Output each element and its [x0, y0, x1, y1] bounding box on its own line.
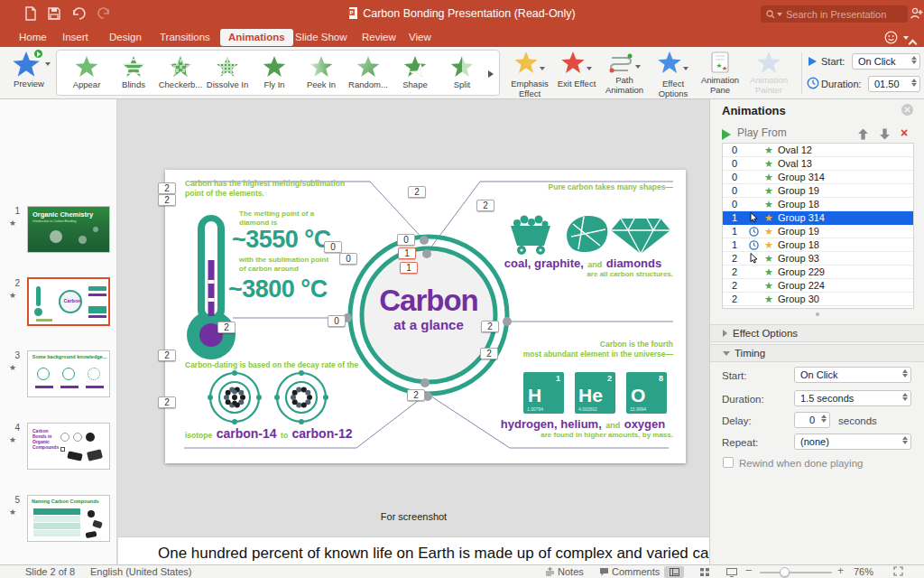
- slide-canvas[interactable]: Carbon has the highest melting/sublimati…: [165, 170, 686, 463]
- slide-2-thumbnail[interactable]: Carbon: [27, 277, 110, 326]
- anim-order-badge-selected[interactable]: 1: [400, 262, 418, 274]
- sublimation-value-text[interactable]: ~3800 °C: [228, 275, 328, 303]
- slideshow-view-button[interactable]: [722, 566, 742, 578]
- melting-value-text[interactable]: ~3550 °C: [232, 226, 331, 254]
- share-people-icon[interactable]: [910, 6, 924, 21]
- normal-view-button[interactable]: [664, 566, 684, 578]
- animation-row[interactable]: 0★Group 18: [723, 198, 913, 211]
- list-resize-handle[interactable]: [816, 312, 819, 316]
- animation-pane-button[interactable]: Animation Pane: [697, 50, 744, 96]
- element-tile-hydrogen[interactable]: H 1 1.00794: [523, 372, 564, 414]
- gallery-more-icon[interactable]: [488, 70, 494, 78]
- elements-sub-text[interactable]: are found in higher amounts, by mass.: [508, 431, 673, 439]
- move-down-icon[interactable]: [879, 127, 891, 144]
- slide-1-thumbnail[interactable]: Organic Chemistry Introduction to Carbon…: [27, 206, 110, 253]
- animation-row[interactable]: 1★Group 18: [723, 238, 913, 252]
- zoom-slider-knob[interactable]: [780, 567, 790, 577]
- notes-text[interactable]: One hundred percent of known life on Ear…: [158, 545, 709, 563]
- search-input[interactable]: Search in Presentation: [761, 5, 908, 23]
- animation-row[interactable]: 0★Group 314: [723, 171, 913, 184]
- anim-order-badge[interactable]: 2: [407, 389, 425, 401]
- anim-order-badge[interactable]: 2: [481, 321, 499, 332]
- anim-order-badge[interactable]: 2: [217, 322, 236, 333]
- anim-order-badge[interactable]: 0: [328, 315, 346, 327]
- shapes-line-text[interactable]: coal, graphite, and diamonds: [493, 255, 673, 271]
- animation-row[interactable]: 1★Group 19: [723, 225, 913, 238]
- anim-order-badge[interactable]: 2: [480, 348, 498, 359]
- timing-section-header[interactable]: Timing: [710, 344, 924, 362]
- tab-review[interactable]: Review: [354, 29, 404, 46]
- play-from-label[interactable]: Play From: [737, 126, 787, 139]
- effect-appear[interactable]: Appear: [64, 54, 109, 90]
- shapes-sub-text[interactable]: are all carbon structures.: [508, 270, 673, 278]
- anim-order-badge[interactable]: 2: [158, 194, 176, 206]
- effect-split[interactable]: Split: [439, 54, 485, 90]
- center-title-text[interactable]: Carbon: [356, 284, 501, 318]
- animation-row-selected[interactable]: 1★Group 314: [723, 211, 913, 225]
- anim-order-badge[interactable]: 0: [324, 241, 342, 253]
- sublimation-label-text[interactable]: with the sublimation point of carbon aro…: [239, 256, 329, 274]
- effect-checkerboard[interactable]: Checkerb...: [158, 54, 203, 90]
- effect-blinds[interactable]: Blinds: [111, 54, 156, 90]
- effect-shape[interactable]: Shape: [393, 54, 438, 90]
- timing-start-select[interactable]: On Click: [794, 367, 911, 383]
- tab-transitions[interactable]: Transitions: [152, 29, 218, 46]
- shapes-note-text[interactable]: Pure carbon takes many shapes—: [508, 182, 673, 191]
- play-from-icon[interactable]: [722, 127, 731, 144]
- melting-note-text[interactable]: Carbon has the highest melting/sublimati…: [185, 179, 346, 199]
- animation-row[interactable]: 2★Group 93: [723, 252, 913, 266]
- rewind-checkbox[interactable]: [723, 457, 734, 468]
- anim-order-badge[interactable]: 0: [397, 234, 415, 246]
- close-pane-icon[interactable]: ✕: [901, 104, 913, 116]
- feedback-smiley-icon[interactable]: [884, 31, 909, 48]
- dating-line-text[interactable]: isotope carbon-14 to carbon-12: [185, 425, 374, 442]
- abundance-note-text[interactable]: Carbon is the fourthmost abundant elemen…: [490, 340, 673, 360]
- animation-row[interactable]: 2★Group 30: [723, 293, 913, 306]
- zoom-in-button[interactable]: +: [837, 565, 844, 577]
- notes-pane[interactable]: One hundred percent of known life on Ear…: [118, 536, 709, 564]
- path-animation-button[interactable]: Path Animation: [599, 50, 650, 96]
- slide-3-thumbnail[interactable]: Some background knowledge...: [27, 350, 110, 397]
- element-tile-oxygen[interactable]: O 8 15.9994: [626, 372, 667, 414]
- tab-slide-show[interactable]: Slide Show: [287, 29, 356, 46]
- duration-input[interactable]: 01.50: [868, 76, 920, 92]
- slide-sorter-view-button[interactable]: [695, 566, 715, 578]
- anim-order-badge[interactable]: 0: [339, 253, 357, 265]
- tab-insert[interactable]: Insert: [54, 29, 97, 46]
- effect-fly-in[interactable]: Fly In: [252, 54, 297, 90]
- slide-4-thumbnail[interactable]: Carbon Bonds in Organic Compounds: [27, 423, 110, 470]
- animation-row[interactable]: 2★Group 229: [723, 266, 913, 279]
- animation-row[interactable]: 2★Group 224: [723, 279, 913, 293]
- tab-design[interactable]: Design: [101, 29, 150, 46]
- slide-counter[interactable]: Slide 2 of 8: [25, 566, 75, 578]
- tab-animations[interactable]: Animations: [220, 29, 293, 46]
- exit-effect-button[interactable]: Exit Effect: [556, 50, 597, 89]
- anim-order-badge[interactable]: 2: [158, 182, 176, 194]
- notes-toggle[interactable]: Notes: [545, 566, 584, 578]
- start-select[interactable]: On Click: [852, 53, 920, 70]
- center-subtitle-text[interactable]: at a glance: [356, 317, 501, 332]
- comments-toggle[interactable]: Comments: [599, 566, 660, 578]
- zoom-slider-track[interactable]: [760, 572, 832, 573]
- slide-5-thumbnail[interactable]: Naming Carbon Compounds: [27, 495, 110, 542]
- element-tile-helium[interactable]: He 2 4.002602: [575, 372, 615, 414]
- pasteboard-caption-text[interactable]: For screenshot: [118, 511, 709, 522]
- move-up-icon[interactable]: [857, 127, 869, 144]
- effect-dissolve-in[interactable]: Dissolve In: [205, 54, 250, 90]
- tab-home[interactable]: Home: [11, 29, 55, 46]
- animation-row[interactable]: 0★Group 19: [723, 184, 913, 198]
- timing-repeat-select[interactable]: (none): [794, 434, 911, 450]
- anim-order-badge-selected[interactable]: 1: [398, 247, 416, 259]
- fit-slide-button[interactable]: [893, 566, 903, 578]
- delete-animation-icon[interactable]: ×: [901, 126, 908, 140]
- zoom-out-button[interactable]: −: [745, 564, 753, 576]
- animation-row-partial[interactable]: 2★Group: [723, 306, 913, 309]
- anim-order-badge[interactable]: 2: [158, 350, 176, 361]
- animation-row[interactable]: 0★Oval 13: [723, 157, 913, 171]
- tab-view[interactable]: View: [401, 29, 439, 46]
- zoom-percentage[interactable]: 76%: [854, 566, 873, 578]
- language-indicator[interactable]: English (United States): [90, 566, 192, 578]
- anim-order-badge[interactable]: 2: [408, 186, 426, 198]
- emphasis-effect-button[interactable]: Emphasis Effect: [505, 50, 554, 99]
- effect-random[interactable]: Random...: [346, 54, 391, 90]
